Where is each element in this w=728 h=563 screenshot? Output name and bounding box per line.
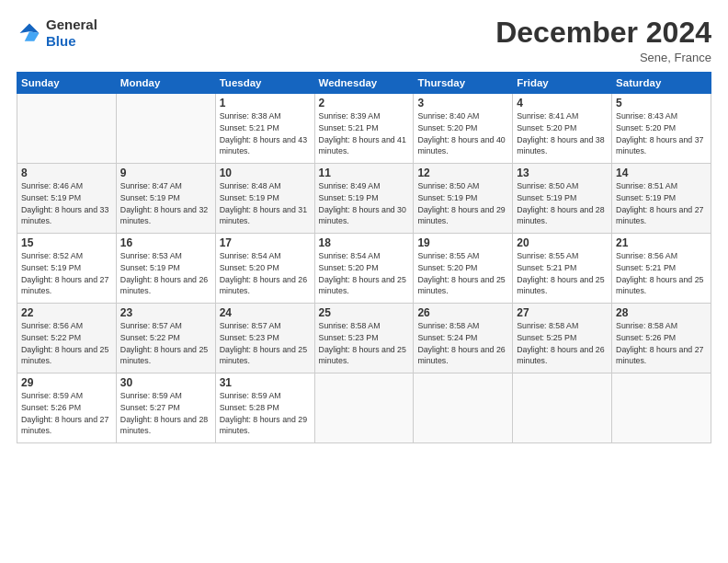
header-row: SundayMondayTuesdayWednesdayThursdayFrid… <box>17 73 711 94</box>
calendar-cell: 4Sunrise: 8:41 AM Sunset: 5:20 PM Daylig… <box>513 94 612 164</box>
day-detail: Sunrise: 8:51 AM Sunset: 5:19 PM Dayligh… <box>616 180 707 227</box>
calendar-cell: 21Sunrise: 8:56 AM Sunset: 5:21 PM Dayli… <box>612 234 711 304</box>
day-detail: Sunrise: 8:43 AM Sunset: 5:20 PM Dayligh… <box>616 110 707 157</box>
day-detail: Sunrise: 8:58 AM Sunset: 5:24 PM Dayligh… <box>417 320 508 367</box>
day-detail: Sunrise: 8:59 AM Sunset: 5:26 PM Dayligh… <box>21 390 112 437</box>
calendar-cell: 11Sunrise: 8:49 AM Sunset: 5:19 PM Dayli… <box>314 164 414 234</box>
calendar-table: SundayMondayTuesdayWednesdayThursdayFrid… <box>17 72 711 443</box>
calendar-cell <box>612 373 711 443</box>
month-title: December 2024 <box>495 17 711 49</box>
day-number: 28 <box>616 306 707 319</box>
logo-text: General Blue <box>46 17 97 50</box>
calendar-cell: 12Sunrise: 8:50 AM Sunset: 5:19 PM Dayli… <box>414 164 513 234</box>
day-detail: Sunrise: 8:50 AM Sunset: 5:19 PM Dayligh… <box>517 180 608 227</box>
calendar-cell: 8Sunrise: 8:46 AM Sunset: 5:19 PM Daylig… <box>17 164 117 234</box>
calendar-cell: 20Sunrise: 8:55 AM Sunset: 5:21 PM Dayli… <box>513 234 612 304</box>
col-header-wednesday: Wednesday <box>314 73 414 94</box>
day-number: 10 <box>220 167 311 179</box>
day-detail: Sunrise: 8:54 AM Sunset: 5:20 PM Dayligh… <box>220 250 311 297</box>
calendar-cell <box>414 373 513 443</box>
day-number: 3 <box>417 97 508 109</box>
day-number: 2 <box>319 97 410 109</box>
day-number: 25 <box>319 306 410 319</box>
calendar-cell: 2Sunrise: 8:39 AM Sunset: 5:21 PM Daylig… <box>314 94 414 164</box>
col-header-saturday: Saturday <box>612 73 711 94</box>
calendar-cell: 14Sunrise: 8:51 AM Sunset: 5:19 PM Dayli… <box>612 164 711 234</box>
day-number: 18 <box>319 236 410 249</box>
page: General Blue December 2024 Sene, France … <box>0 0 728 563</box>
logo-general: General <box>46 17 97 32</box>
day-number: 12 <box>417 167 508 179</box>
week-row-4: 22Sunrise: 8:56 AM Sunset: 5:22 PM Dayli… <box>17 304 711 373</box>
svg-marker-1 <box>25 31 40 41</box>
calendar-cell: 28Sunrise: 8:58 AM Sunset: 5:26 PM Dayli… <box>612 304 711 373</box>
day-detail: Sunrise: 8:59 AM Sunset: 5:28 PM Dayligh… <box>220 390 311 437</box>
calendar-cell: 1Sunrise: 8:38 AM Sunset: 5:21 PM Daylig… <box>215 94 314 164</box>
day-number: 17 <box>220 236 311 249</box>
calendar-cell: 30Sunrise: 8:59 AM Sunset: 5:27 PM Dayli… <box>116 373 215 443</box>
day-number: 9 <box>120 167 211 179</box>
calendar-cell: 24Sunrise: 8:57 AM Sunset: 5:23 PM Dayli… <box>215 304 314 373</box>
day-detail: Sunrise: 8:58 AM Sunset: 5:25 PM Dayligh… <box>517 320 608 367</box>
day-number: 21 <box>616 236 707 249</box>
day-number: 26 <box>417 306 508 319</box>
calendar-cell: 17Sunrise: 8:54 AM Sunset: 5:20 PM Dayli… <box>215 234 314 304</box>
title-block: December 2024 Sene, France <box>495 17 711 64</box>
day-number: 20 <box>517 236 608 249</box>
day-detail: Sunrise: 8:56 AM Sunset: 5:21 PM Dayligh… <box>616 250 707 297</box>
col-header-thursday: Thursday <box>414 73 513 94</box>
day-number: 31 <box>220 376 311 389</box>
location: Sene, France <box>495 51 711 64</box>
calendar-cell: 13Sunrise: 8:50 AM Sunset: 5:19 PM Dayli… <box>513 164 612 234</box>
day-number: 29 <box>21 376 112 389</box>
day-number: 15 <box>21 236 112 249</box>
day-detail: Sunrise: 8:58 AM Sunset: 5:23 PM Dayligh… <box>319 320 410 367</box>
day-detail: Sunrise: 8:58 AM Sunset: 5:26 PM Dayligh… <box>616 320 707 367</box>
day-detail: Sunrise: 8:55 AM Sunset: 5:21 PM Dayligh… <box>517 250 608 297</box>
day-detail: Sunrise: 8:50 AM Sunset: 5:19 PM Dayligh… <box>417 180 508 227</box>
day-number: 22 <box>21 306 112 319</box>
day-detail: Sunrise: 8:57 AM Sunset: 5:23 PM Dayligh… <box>220 320 311 367</box>
day-number: 5 <box>616 97 707 109</box>
calendar-cell <box>314 373 414 443</box>
day-detail: Sunrise: 8:38 AM Sunset: 5:21 PM Dayligh… <box>220 110 311 157</box>
calendar-cell: 18Sunrise: 8:54 AM Sunset: 5:20 PM Dayli… <box>314 234 414 304</box>
calendar-cell: 16Sunrise: 8:53 AM Sunset: 5:19 PM Dayli… <box>116 234 215 304</box>
calendar-cell: 9Sunrise: 8:47 AM Sunset: 5:19 PM Daylig… <box>116 164 215 234</box>
calendar-cell: 19Sunrise: 8:55 AM Sunset: 5:20 PM Dayli… <box>414 234 513 304</box>
day-detail: Sunrise: 8:52 AM Sunset: 5:19 PM Dayligh… <box>21 250 112 297</box>
day-detail: Sunrise: 8:56 AM Sunset: 5:22 PM Dayligh… <box>21 320 112 367</box>
day-detail: Sunrise: 8:40 AM Sunset: 5:20 PM Dayligh… <box>417 110 508 157</box>
calendar-cell <box>513 373 612 443</box>
day-detail: Sunrise: 8:49 AM Sunset: 5:19 PM Dayligh… <box>319 180 410 227</box>
calendar-cell: 15Sunrise: 8:52 AM Sunset: 5:19 PM Dayli… <box>17 234 117 304</box>
calendar-cell: 5Sunrise: 8:43 AM Sunset: 5:20 PM Daylig… <box>612 94 711 164</box>
calendar-cell: 25Sunrise: 8:58 AM Sunset: 5:23 PM Dayli… <box>314 304 414 373</box>
week-row-5: 29Sunrise: 8:59 AM Sunset: 5:26 PM Dayli… <box>17 373 711 443</box>
calendar-cell: 31Sunrise: 8:59 AM Sunset: 5:28 PM Dayli… <box>215 373 314 443</box>
day-detail: Sunrise: 8:57 AM Sunset: 5:22 PM Dayligh… <box>120 320 211 367</box>
calendar-cell: 27Sunrise: 8:58 AM Sunset: 5:25 PM Dayli… <box>513 304 612 373</box>
week-row-1: 1Sunrise: 8:38 AM Sunset: 5:21 PM Daylig… <box>17 94 711 164</box>
day-number: 1 <box>220 97 311 109</box>
day-number: 11 <box>319 167 410 179</box>
day-detail: Sunrise: 8:59 AM Sunset: 5:27 PM Dayligh… <box>120 390 211 437</box>
day-detail: Sunrise: 8:41 AM Sunset: 5:20 PM Dayligh… <box>517 110 608 157</box>
logo-icon <box>17 20 42 46</box>
day-detail: Sunrise: 8:53 AM Sunset: 5:19 PM Dayligh… <box>120 250 211 297</box>
calendar-cell <box>116 94 215 164</box>
day-number: 19 <box>417 236 508 249</box>
day-number: 30 <box>120 376 211 389</box>
day-number: 14 <box>616 167 707 179</box>
calendar-cell: 29Sunrise: 8:59 AM Sunset: 5:26 PM Dayli… <box>17 373 117 443</box>
day-number: 16 <box>120 236 211 249</box>
day-detail: Sunrise: 8:54 AM Sunset: 5:20 PM Dayligh… <box>319 250 410 297</box>
week-row-3: 15Sunrise: 8:52 AM Sunset: 5:19 PM Dayli… <box>17 234 711 304</box>
day-number: 27 <box>517 306 608 319</box>
day-detail: Sunrise: 8:48 AM Sunset: 5:19 PM Dayligh… <box>220 180 311 227</box>
day-detail: Sunrise: 8:39 AM Sunset: 5:21 PM Dayligh… <box>319 110 410 157</box>
col-header-sunday: Sunday <box>17 73 117 94</box>
col-header-monday: Monday <box>116 73 215 94</box>
calendar-cell: 3Sunrise: 8:40 AM Sunset: 5:20 PM Daylig… <box>414 94 513 164</box>
header: General Blue December 2024 Sene, France <box>17 17 711 64</box>
